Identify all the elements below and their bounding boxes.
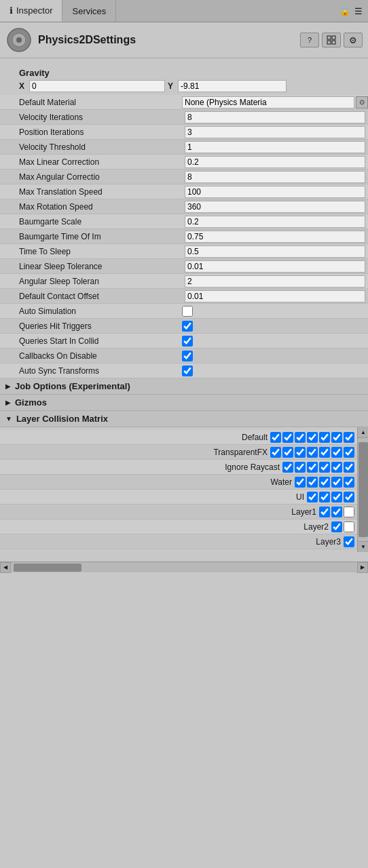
linear-sleep-tolerance-input[interactable] xyxy=(185,260,365,273)
h-scroll-left-button[interactable]: ◀ xyxy=(0,562,11,573)
position-iterations-input[interactable] xyxy=(185,126,365,138)
job-options-header[interactable]: ▶ Job Options (Experimental) xyxy=(0,378,368,395)
matrix-cb-ui-2[interactable] xyxy=(319,492,330,502)
matrix-cb-l1-3[interactable] xyxy=(344,507,354,517)
h-scroll-right-button[interactable]: ▶ xyxy=(357,562,368,573)
matrix-cb-default-6[interactable] xyxy=(331,432,342,443)
matrix-cb-w-4[interactable] xyxy=(331,477,342,488)
gizmos-arrow: ▶ xyxy=(5,399,11,406)
h-scroll-thumb[interactable] xyxy=(14,564,81,572)
callbacks-on-disable-checkbox[interactable] xyxy=(182,351,193,361)
vertical-scrollbar: ▲ ▼ xyxy=(357,427,368,552)
baumgarte-scale-input[interactable] xyxy=(185,216,365,228)
prop-label-position-iterations: Position Iterations xyxy=(0,127,182,137)
matrix-cb-tfx-7[interactable] xyxy=(344,447,354,458)
material-value: ⊙ xyxy=(182,96,368,108)
info-icon: ℹ xyxy=(10,5,13,16)
baumgarte-time-input[interactable] xyxy=(185,231,365,243)
max-rotation-speed-input[interactable] xyxy=(185,201,365,213)
angular-sleep-tolerance-input[interactable] xyxy=(185,275,365,288)
matrix-cb-ui-3[interactable] xyxy=(331,492,342,502)
matrix-checkboxes-ignore-raycast xyxy=(282,462,354,473)
matrix-cb-w-3[interactable] xyxy=(319,477,330,488)
matrix-cb-l3-1[interactable] xyxy=(344,536,354,547)
matrix-row-transparent-fx: TransparentFX xyxy=(0,445,357,460)
matrix-cb-default-4[interactable] xyxy=(307,432,318,443)
matrix-cb-ir-1[interactable] xyxy=(282,462,293,473)
matrix-cb-w-1[interactable] xyxy=(295,477,306,488)
max-linear-correction-input[interactable] xyxy=(185,156,365,168)
matrix-cb-tfx-4[interactable] xyxy=(307,447,318,458)
matrix-cb-tfx-2[interactable] xyxy=(282,447,293,458)
prop-label-max-translation-speed: Max Translation Speed xyxy=(0,187,182,197)
matrix-cb-l1-1[interactable] xyxy=(319,507,330,517)
help-button[interactable]: ? xyxy=(300,33,319,47)
matrix-cb-tfx-6[interactable] xyxy=(331,447,342,458)
matrix-cb-w-5[interactable] xyxy=(344,477,354,488)
settings-icon xyxy=(5,26,33,54)
matrix-checkboxes-layer3 xyxy=(344,536,354,547)
queries-start-in-collider-checkbox[interactable] xyxy=(182,336,193,347)
gravity-x-input[interactable] xyxy=(29,80,165,92)
tab-inspector[interactable]: ℹ Inspector xyxy=(0,0,62,22)
gravity-y-input[interactable] xyxy=(178,80,287,92)
matrix-cb-l2-1[interactable] xyxy=(331,521,342,532)
layer-matrix-header[interactable]: ▼ Layer Collision Matrix xyxy=(0,411,368,427)
matrix-cb-default-1[interactable] xyxy=(270,432,281,443)
matrix-cb-ir-5[interactable] xyxy=(331,462,342,473)
matrix-cb-tfx-3[interactable] xyxy=(295,447,306,458)
gravity-x-group: X xyxy=(19,80,165,92)
max-angular-correction-input[interactable] xyxy=(185,171,365,183)
matrix-cb-default-7[interactable] xyxy=(344,432,354,443)
max-translation-speed-input[interactable] xyxy=(185,186,365,198)
prop-row-max-angular-correction: Max Angular Correctio xyxy=(0,170,368,184)
tab-services[interactable]: Services xyxy=(62,0,116,22)
matrix-cb-ui-4[interactable] xyxy=(344,492,354,502)
matrix-cb-ir-3[interactable] xyxy=(307,462,318,473)
header: Physics2DSettings ? ⚙ xyxy=(0,22,368,58)
matrix-cb-default-5[interactable] xyxy=(319,432,330,443)
gear-icon: ⚙ xyxy=(349,35,357,45)
matrix-cb-tfx-1[interactable] xyxy=(270,447,281,458)
scroll-up-button[interactable]: ▲ xyxy=(358,427,368,438)
checkboxes-list: Auto Simulation Queries Hit Triggers Que… xyxy=(0,304,368,378)
scroll-thumb[interactable] xyxy=(358,442,368,537)
matrix-cb-default-2[interactable] xyxy=(282,432,293,443)
matrix-cb-ir-4[interactable] xyxy=(319,462,330,473)
matrix-cb-ir-2[interactable] xyxy=(295,462,306,473)
physics-settings-svg xyxy=(6,27,32,53)
matrix-checkboxes-ui xyxy=(307,492,354,502)
default-contact-offset-input[interactable] xyxy=(185,290,365,302)
gizmos-header[interactable]: ▶ Gizmos xyxy=(0,395,368,411)
matrix-cb-ui-1[interactable] xyxy=(307,492,318,502)
scroll-down-button[interactable]: ▼ xyxy=(358,541,368,552)
prop-label-max-rotation-speed: Max Rotation Speed xyxy=(0,202,182,212)
auto-sync-transforms-checkbox[interactable] xyxy=(182,366,193,376)
matrix-cb-w-2[interactable] xyxy=(307,477,318,488)
settings-button[interactable]: ⚙ xyxy=(344,33,363,47)
layout-button[interactable] xyxy=(322,33,341,47)
cb-label-queries-start-in-collider: Queries Start In Collid xyxy=(0,336,182,346)
velocity-threshold-input[interactable] xyxy=(185,141,365,153)
velocity-iterations-input[interactable] xyxy=(185,111,365,123)
queries-hit-triggers-checkbox[interactable] xyxy=(182,321,193,332)
layer-matrix-scroll-area: Default TransparentFX xyxy=(0,427,357,552)
matrix-cb-l2-2[interactable] xyxy=(344,521,354,532)
cb-label-queries-hit-triggers: Queries Hit Triggers xyxy=(0,321,182,331)
menu-icon[interactable]: ☰ xyxy=(354,6,363,16)
gravity-section: Gravity X Y xyxy=(0,65,368,95)
tab-services-label: Services xyxy=(72,6,106,16)
lock-icon[interactable]: 🔒 xyxy=(339,6,350,16)
auto-simulation-checkbox[interactable] xyxy=(182,306,193,317)
matrix-cb-l1-2[interactable] xyxy=(331,507,342,517)
matrix-cb-tfx-5[interactable] xyxy=(319,447,330,458)
matrix-row-ui: UI xyxy=(0,490,357,505)
matrix-cb-default-3[interactable] xyxy=(295,432,306,443)
svg-point-2 xyxy=(16,37,22,43)
time-to-sleep-input[interactable] xyxy=(185,245,365,258)
layer-matrix-title: Layer Collision Matrix xyxy=(16,414,108,424)
material-picker-button[interactable]: ⊙ xyxy=(356,96,368,108)
matrix-cb-ir-6[interactable] xyxy=(344,462,354,473)
prop-label-default-material: Default Material xyxy=(0,98,182,107)
material-input[interactable] xyxy=(182,96,354,108)
